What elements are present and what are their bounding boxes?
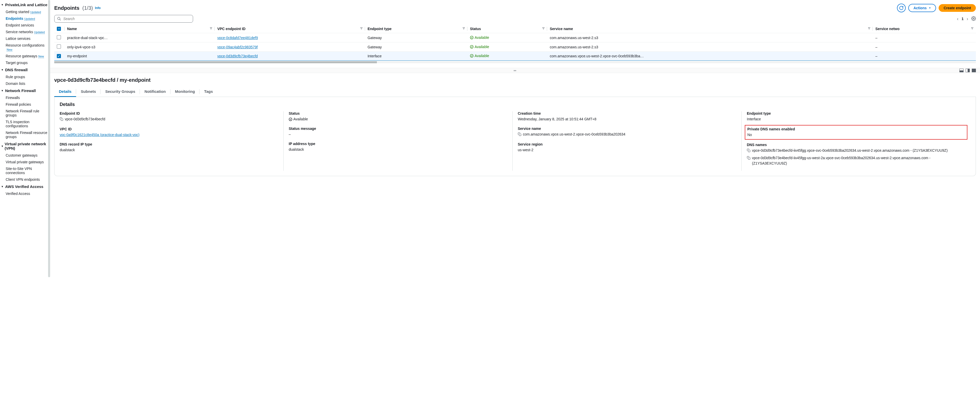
sidebar-item[interactable]: Target groups: [0, 59, 50, 66]
vpc-id-label: VPC ID: [60, 127, 278, 131]
info-link[interactable]: Info: [95, 6, 100, 10]
select-all-checkbox[interactable]: −: [57, 27, 61, 31]
status-badge: Available: [470, 45, 489, 49]
sidebar-item[interactable]: Site-to-Site VPN connections: [0, 165, 50, 176]
sidebar-item[interactable]: Getting startedUpdated: [0, 8, 50, 15]
caret-down-icon: ▼: [1, 3, 4, 6]
vpc-id-link[interactable]: vpc-0a9f0c1621c8e450a (practice-dual-sta…: [60, 133, 140, 137]
sidebar-item[interactable]: Network Firewall rule groups: [0, 108, 50, 119]
prev-page-button[interactable]: ‹: [957, 16, 958, 22]
sidebar-badge: Updated: [34, 31, 45, 34]
status-badge: Available: [470, 35, 489, 40]
copy-icon[interactable]: [60, 117, 63, 122]
status-label: Status: [289, 111, 507, 116]
service-region-label: Service region: [518, 142, 736, 146]
search-box[interactable]: [54, 15, 193, 22]
column-header[interactable]: Endpoint type▽: [365, 25, 468, 33]
cell-type: Gateway: [365, 43, 468, 52]
sidebar-section-header[interactable]: ▼PrivateLink and Lattice: [0, 1, 50, 8]
sidebar-item[interactable]: Resource configurationsNew: [0, 42, 50, 53]
table-row[interactable]: practice-dual-stack-vpc…vpce-0c8dafd7ee4…: [54, 33, 976, 43]
sidebar-section-header[interactable]: ▼AWS Verified Access: [0, 183, 50, 190]
column-header[interactable]: Service name▽: [547, 25, 873, 33]
creation-time-label: Creation time: [518, 111, 736, 116]
sort-icon[interactable]: ▽: [463, 27, 465, 30]
vpce-link[interactable]: vpce-09ac4abf2c983579f: [217, 45, 258, 49]
sidebar-item[interactable]: Firewalls: [0, 94, 50, 101]
tab-monitoring[interactable]: Monitoring: [170, 87, 199, 97]
table-row[interactable]: ✓my-endpointvpce-0d3d9cfb73e4becfdInterf…: [54, 52, 976, 61]
sidebar-item[interactable]: Endpoint services: [0, 22, 50, 29]
sort-icon[interactable]: ▽: [971, 27, 973, 30]
layout-full-button[interactable]: [972, 68, 976, 72]
row-checkbox[interactable]: ✓: [57, 54, 61, 58]
sidebar: ▼PrivateLink and LatticeGetting startedU…: [0, 0, 50, 396]
column-header[interactable]: Status▽: [468, 25, 547, 33]
copy-icon[interactable]: [518, 132, 521, 138]
endpoint-type-value: Interface: [747, 116, 965, 122]
dns-name-2: vpce-0d3d9cfb73e4becfd-iiv45fgg-us-west-…: [752, 155, 965, 166]
sidebar-item[interactable]: Verified Access: [0, 190, 50, 197]
cell-service: com.amazonaws.vpce.us-west-2.vpce-svc-0c…: [547, 52, 873, 61]
row-checkbox[interactable]: [57, 45, 61, 49]
sort-icon[interactable]: ▽: [542, 27, 544, 30]
sidebar-item[interactable]: Lattice services: [0, 35, 50, 42]
row-checkbox[interactable]: [57, 35, 61, 39]
sidebar-item[interactable]: Domain lists: [0, 80, 50, 87]
layout-split-horizontal-button[interactable]: [959, 68, 964, 72]
sidebar-item[interactable]: TLS inspection configurations: [0, 119, 50, 129]
cell-service: com.amazonaws.us-west-2.s3: [547, 43, 873, 52]
sidebar-badge: Updated: [24, 17, 35, 21]
sidebar-item[interactable]: Resource gatewaysNew: [0, 53, 50, 59]
endpoint-id-value: vpce-0d3d9cfb73e4becfd: [65, 116, 105, 122]
sidebar-scrollbar[interactable]: [48, 0, 50, 277]
sort-icon[interactable]: ▽: [868, 27, 870, 30]
sidebar-section-header[interactable]: ▼Network Firewall: [0, 87, 50, 94]
search-input[interactable]: [63, 17, 190, 21]
split-handle[interactable]: ═: [50, 68, 980, 73]
sidebar-item[interactable]: Rule groups: [0, 73, 50, 80]
sidebar-section-header[interactable]: ▼Virtual private network (VPN): [0, 140, 50, 152]
sidebar-item[interactable]: EndpointsUpdated: [0, 15, 50, 22]
tab-subnets[interactable]: Subnets: [76, 87, 100, 97]
copy-icon[interactable]: [747, 148, 751, 154]
table-settings-button[interactable]: [971, 16, 976, 22]
sort-icon[interactable]: ▽: [210, 27, 212, 30]
tab-security-groups[interactable]: Security Groups: [100, 87, 140, 97]
sidebar-item[interactable]: Firewall policies: [0, 101, 50, 108]
tab-tags[interactable]: Tags: [199, 87, 218, 97]
endpoint-id-label: Endpoint ID: [60, 111, 278, 116]
status-message-label: Status message: [289, 127, 507, 130]
create-endpoint-button[interactable]: Create endpoint: [939, 4, 976, 12]
sidebar-section-header[interactable]: ▼DNS firewall: [0, 66, 50, 73]
refresh-button[interactable]: [897, 3, 906, 12]
svg-point-0: [57, 17, 60, 19]
tab-notification[interactable]: Notification: [140, 87, 170, 97]
vpce-link[interactable]: vpce-0c8dafd7ee481def9: [217, 36, 258, 40]
layout-split-vertical-button[interactable]: [966, 68, 970, 72]
column-header[interactable]: Name▽: [65, 25, 215, 33]
sidebar-badge: Updated: [30, 11, 41, 14]
sidebar-item[interactable]: Customer gateways: [0, 152, 50, 159]
vpce-link[interactable]: vpce-0d3d9cfb73e4becfd: [217, 54, 258, 58]
header-actions: Actions▼ Create endpoint: [897, 3, 976, 12]
copy-icon[interactable]: [747, 156, 751, 161]
creation-time-value: Wednesday, January 8, 2025 at 10:51:44 G…: [518, 116, 736, 122]
endpoint-type-label: Endpoint type: [747, 111, 965, 116]
detail-heading: vpce-0d3d9cfb73e4becfd / my-endpoint: [54, 77, 976, 83]
sidebar-item[interactable]: Client VPN endpoints: [0, 176, 50, 183]
service-region-value: us-west-2: [518, 147, 736, 153]
sidebar-item[interactable]: Network Firewall resource groups: [0, 129, 50, 140]
horizontal-scrollbar[interactable]: [54, 61, 976, 63]
actions-dropdown[interactable]: Actions▼: [908, 4, 936, 12]
next-page-button[interactable]: ›: [967, 16, 968, 22]
column-header[interactable]: Service netwo▽: [873, 25, 976, 33]
tab-details[interactable]: Details: [54, 87, 76, 97]
column-header[interactable]: VPC endpoint ID▽: [215, 25, 365, 33]
sidebar-item[interactable]: Service networksUpdated: [0, 29, 50, 35]
sidebar-item[interactable]: Virtual private gateways: [0, 159, 50, 165]
cell-type: Gateway: [365, 33, 468, 43]
search-icon: [57, 17, 61, 21]
sort-icon[interactable]: ▽: [360, 27, 363, 30]
table-row[interactable]: only-ipv4-vpce-s3vpce-09ac4abf2c983579fG…: [54, 43, 976, 52]
